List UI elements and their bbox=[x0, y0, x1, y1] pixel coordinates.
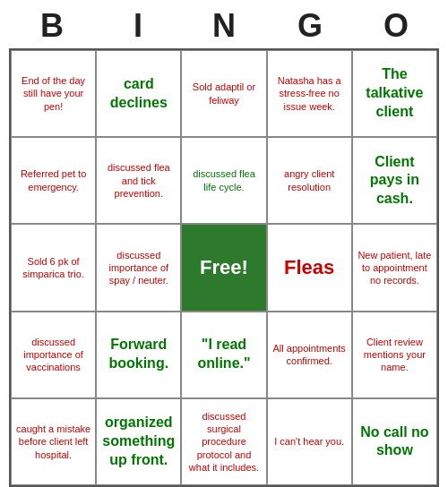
cell-21[interactable]: organized something up front. bbox=[96, 398, 181, 485]
cell-16[interactable]: Forward booking. bbox=[96, 312, 181, 398]
cell-3[interactable]: Natasha has a stress-free no issue week. bbox=[267, 50, 352, 137]
cell-8[interactable]: angry client resolution bbox=[267, 137, 352, 224]
cell-2[interactable]: Sold adaptil or feliway bbox=[181, 50, 266, 137]
letter-o: O bbox=[357, 7, 435, 45]
cell-18[interactable]: All appointments confirmed. bbox=[267, 312, 352, 398]
cell-20[interactable]: caught a mistake before client left hosp… bbox=[11, 398, 96, 485]
cell-15[interactable]: discussed importance of vaccinations bbox=[11, 312, 96, 398]
cell-7[interactable]: discussed flea life cycle. bbox=[181, 137, 266, 224]
cell-17[interactable]: "I read online." bbox=[181, 312, 266, 398]
letter-g: G bbox=[271, 7, 349, 45]
cell-10[interactable]: Sold 6 pk of simparica trio. bbox=[11, 224, 96, 311]
cell-23[interactable]: I can't hear you. bbox=[267, 398, 352, 485]
bingo-grid: End of the day still have your pen!card … bbox=[9, 48, 439, 487]
cell-4[interactable]: The talkative client bbox=[352, 50, 437, 137]
cell-5[interactable]: Referred pet to emergency. bbox=[11, 137, 96, 224]
cell-22[interactable]: discussed surgical procedure protocol an… bbox=[181, 398, 266, 485]
cell-13[interactable]: Fleas bbox=[267, 224, 352, 311]
cell-19[interactable]: Client review mentions your name. bbox=[352, 312, 437, 398]
letter-i: I bbox=[99, 7, 177, 45]
cell-6[interactable]: discussed flea and tick prevention. bbox=[96, 137, 181, 224]
cell-0[interactable]: End of the day still have your pen! bbox=[11, 50, 96, 137]
cell-12[interactable]: Free! bbox=[181, 224, 266, 311]
cell-11[interactable]: discussed importance of spay / neuter. bbox=[96, 224, 181, 311]
cell-14[interactable]: New patient, late to appointment no reco… bbox=[352, 224, 437, 311]
bingo-header: B I N G O bbox=[9, 0, 439, 48]
cell-9[interactable]: Client pays in cash. bbox=[352, 137, 437, 224]
letter-n: N bbox=[185, 7, 263, 45]
cell-24[interactable]: No call no show bbox=[352, 398, 437, 485]
letter-b: B bbox=[13, 7, 91, 45]
cell-1[interactable]: card declines bbox=[96, 50, 181, 137]
